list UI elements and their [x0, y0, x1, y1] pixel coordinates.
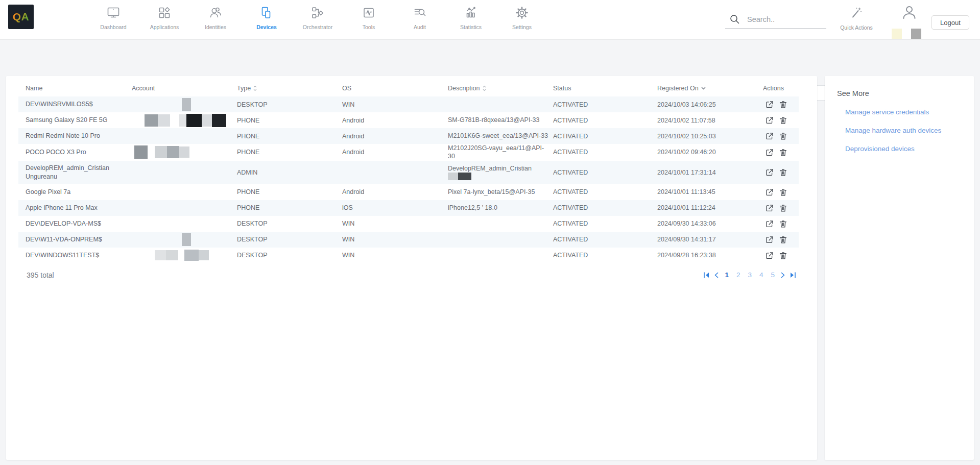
device-os: Android — [342, 188, 448, 195]
device-status: ACTIVATED — [553, 204, 657, 211]
device-status: ACTIVATED — [553, 169, 657, 176]
device-account — [132, 98, 237, 111]
app-logo[interactable]: QA — [8, 5, 34, 29]
table-row[interactable]: POCO POCO X3 Pro PHONE Android M2102J20S… — [18, 144, 799, 161]
open-device-icon[interactable] — [765, 168, 774, 177]
nav-item-settings[interactable]: Settings — [496, 0, 547, 40]
last-page-icon[interactable] — [790, 272, 797, 278]
breadcrumb-toolbar-row: Home / Devices 10 items per page All Tim… — [0, 40, 980, 76]
table-row[interactable]: Google Pixel 7a PHONE Android Pixel 7a-l… — [18, 184, 799, 200]
device-name: DEV\DEVELOP-VDA-MS$ — [18, 219, 132, 228]
device-os: WIN — [342, 236, 448, 243]
open-device-icon[interactable] — [765, 116, 774, 125]
device-status: ACTIVATED — [553, 188, 657, 195]
table-row[interactable]: DevelopREM_admin_Cristian Ungureanu ADMI… — [18, 161, 799, 184]
device-name: Google Pixel 7a — [18, 188, 132, 197]
deprovisioned-devices-link[interactable]: Deprovisioned devices — [845, 144, 962, 154]
delete-device-icon[interactable] — [779, 204, 787, 212]
delete-device-icon[interactable] — [779, 188, 787, 197]
device-os: iOS — [342, 204, 448, 211]
device-name: DEV\WINDOWS11TEST$ — [18, 251, 132, 260]
see-more-panel: See More Manage service credentials Mana… — [825, 76, 974, 460]
page-number-4[interactable]: 4 — [758, 271, 765, 279]
table-row[interactable]: DEV\WINDOWS11TEST$ DESKTOP WIN ACTIVATED… — [18, 248, 799, 263]
devices-table-card: Name Account Type OS Description Status … — [6, 76, 817, 460]
delete-device-icon[interactable] — [779, 100, 787, 109]
delete-device-icon[interactable] — [779, 168, 787, 177]
device-name: Redmi Redmi Note 10 Pro — [18, 132, 132, 140]
delete-device-icon[interactable] — [779, 251, 787, 260]
next-page-icon[interactable] — [781, 272, 785, 278]
page-number-3[interactable]: 3 — [746, 271, 753, 279]
column-header-registered-on[interactable]: Registered On — [657, 85, 763, 92]
nav-item-tools[interactable]: Tools — [343, 0, 394, 40]
open-device-icon[interactable] — [765, 132, 774, 140]
open-device-icon[interactable] — [765, 219, 774, 228]
open-device-icon[interactable] — [765, 204, 774, 212]
device-type: PHONE — [237, 204, 342, 211]
delete-device-icon[interactable] — [779, 148, 787, 157]
table-row[interactable]: DEV\WINSRVMILOS5$ DESKTOP WIN ACTIVATED … — [18, 96, 799, 112]
nav-item-applications[interactable]: Applications — [139, 0, 190, 40]
page-number-1[interactable]: 1 — [723, 271, 730, 279]
table-row[interactable]: DEV\W11-VDA-ONPREM$ DESKTOP WIN ACTIVATE… — [18, 232, 799, 248]
delete-device-icon[interactable] — [779, 235, 787, 244]
open-device-icon[interactable] — [765, 188, 774, 197]
device-type: DESKTOP — [237, 236, 342, 243]
sort-desc-icon — [701, 87, 706, 90]
logout-button[interactable]: Logout — [931, 15, 969, 30]
row-actions — [763, 235, 799, 244]
row-actions — [763, 100, 799, 109]
devices-table: Name Account Type OS Description Status … — [18, 80, 799, 263]
page-number-5[interactable]: 5 — [769, 271, 776, 279]
nav-item-dashboard[interactable]: Dashboard — [88, 0, 139, 40]
table-header-row: Name Account Type OS Description Status … — [18, 80, 799, 96]
column-header-description[interactable]: Description — [448, 85, 553, 92]
delete-device-icon[interactable] — [779, 219, 787, 228]
nav-item-statistics[interactable]: Statistics — [445, 0, 496, 40]
page-number-2[interactable]: 2 — [735, 271, 742, 279]
open-device-icon[interactable] — [765, 251, 774, 260]
table-row[interactable]: Apple iPhone 11 Pro Max PHONE iOS iPhone… — [18, 200, 799, 216]
user-avatar-icon[interactable] — [901, 5, 917, 22]
nav-item-identities[interactable]: Identities — [190, 0, 241, 40]
device-name: Samsung Galaxy S20 FE 5G — [18, 116, 132, 125]
column-header-status[interactable]: Status — [553, 85, 657, 92]
quick-actions-button[interactable]: Quick Actions — [836, 0, 876, 40]
table-row[interactable]: Redmi Redmi Note 10 Pro PHONE Android M2… — [18, 128, 799, 144]
column-header-type[interactable]: Type — [237, 85, 342, 92]
user-badge-gray — [911, 29, 921, 39]
previous-page-icon[interactable] — [714, 272, 719, 278]
column-header-actions: Actions — [763, 85, 799, 92]
global-search-icon[interactable] — [729, 14, 740, 27]
device-type: PHONE — [237, 117, 342, 124]
manage-service-credentials-link[interactable]: Manage service credentials — [845, 108, 962, 117]
device-type: ADMIN — [237, 169, 342, 176]
column-header-account[interactable]: Account — [132, 85, 237, 92]
first-page-icon[interactable] — [703, 272, 710, 278]
global-search-input[interactable]: Search.. — [747, 15, 775, 23]
open-device-icon[interactable] — [765, 148, 774, 157]
device-status: ACTIVATED — [553, 117, 657, 124]
device-os: WIN — [342, 101, 448, 108]
open-device-icon[interactable] — [765, 235, 774, 244]
nav-item-audit[interactable]: Audit — [394, 0, 445, 40]
delete-device-icon[interactable] — [779, 132, 787, 140]
nav-label: Tools — [363, 24, 375, 30]
device-account — [132, 250, 237, 261]
manage-hardware-auth-devices-link[interactable]: Manage hardware auth devices — [845, 126, 962, 135]
table-row[interactable]: Samsung Galaxy S20 FE 5G PHONE Android S… — [18, 112, 799, 128]
nav-item-devices[interactable]: Devices — [241, 0, 292, 40]
table-row[interactable]: DEV\DEVELOP-VDA-MS$ DESKTOP WIN ACTIVATE… — [18, 216, 799, 232]
delete-device-icon[interactable] — [779, 116, 787, 125]
row-actions — [763, 168, 799, 177]
open-device-icon[interactable] — [765, 100, 774, 109]
device-registered-on: 2024/10/01 17:31:14 — [657, 169, 763, 176]
column-header-os[interactable]: OS — [342, 85, 448, 92]
app-logo-text: QA — [13, 11, 30, 23]
nav-item-orchestrator[interactable]: Orchestrator — [292, 0, 343, 40]
column-header-name[interactable]: Name — [18, 85, 132, 92]
nav-label: Orchestrator — [303, 24, 332, 30]
devices-icon — [260, 6, 273, 21]
device-registered-on: 2024/10/01 11:13:45 — [657, 188, 763, 195]
